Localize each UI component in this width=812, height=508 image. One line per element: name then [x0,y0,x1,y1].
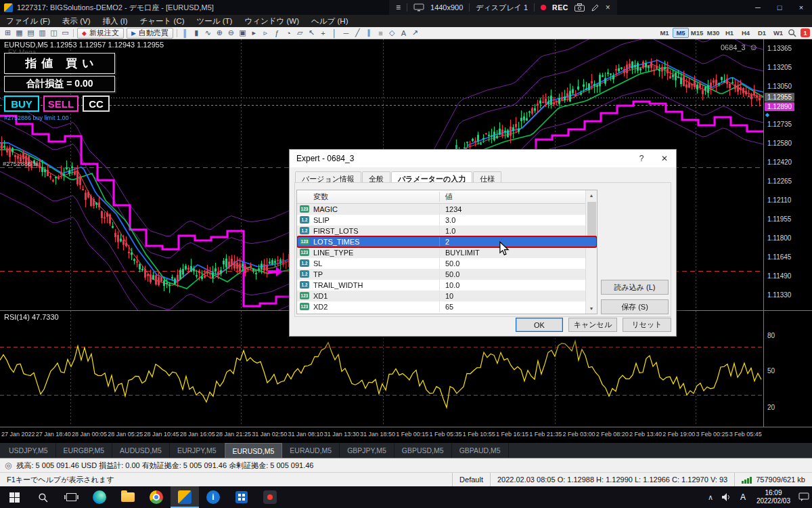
timeframe-button[interactable]: M5 [673,28,689,38]
mt5-app[interactable] [171,486,199,508]
symbol-tab[interactable]: GBPJPY,M5 [340,443,394,458]
menu-item[interactable]: ウィンドウ (W) [238,15,305,27]
param-value[interactable]: 10.0 [439,280,597,291]
parameter-row[interactable]: 123 MAGIC 1234 [297,204,597,215]
edge-app[interactable] [85,486,114,508]
save-button[interactable]: 保存 (S) [601,299,669,314]
parameter-row[interactable]: 123 XD1 10 [297,291,597,301]
timeframe-button[interactable]: M15 [689,28,705,38]
symbol-tab[interactable]: AUDUSD,M5 [112,443,170,458]
symbol-tab[interactable]: GBPAUD,M5 [452,443,509,458]
channel-icon[interactable]: ∥ [363,28,375,39]
param-value[interactable]: 50.0 [439,258,597,269]
record-button[interactable]: REC [552,3,568,12]
symbol-tab[interactable]: EURAUD,M5 [282,443,340,458]
auto-scroll-icon[interactable]: ▸ [248,28,260,39]
parameter-row[interactable]: 1.2 SL 50.0 [297,258,597,269]
zoom-out-icon[interactable]: ⊖ [225,28,237,39]
indicators-icon[interactable]: ƒ [271,28,283,39]
time-axis[interactable]: 27 Jan 202227 Jan 18:4028 Jan 00:0528 Ja… [0,427,812,443]
dialog-titlebar[interactable]: Expert - 0684_3 ? ✕ [290,150,676,167]
tile-windows-icon[interactable]: ▣ [237,28,248,39]
dialog-help-button[interactable]: ? [630,150,653,167]
chart-profiles-icon[interactable]: ▦ [14,28,25,39]
ea-smiley-icon[interactable]: ☺ [749,42,758,52]
timeframe-button[interactable]: H1 [721,28,738,38]
parameter-row[interactable]: 123 LINE_TYPE BUYLIMIT [297,247,597,258]
timeframe-button[interactable]: M30 [705,28,721,38]
recorder-app[interactable] [256,486,284,508]
sell-button[interactable]: SELL [43,96,78,112]
menu-item[interactable]: 表示 (V) [56,15,97,27]
symbol-tab[interactable]: USDJPY,M5 [1,443,56,458]
shapes-icon[interactable]: ◇ [386,28,398,39]
toolbox-icon[interactable]: ▭ [60,28,71,39]
param-value[interactable]: BUYLIMIT [439,247,597,258]
ok-button[interactable]: OK [516,318,563,332]
menu-item[interactable]: ヘルプ (H) [305,15,354,27]
table-scrollbar[interactable]: ▲ ▼ [585,190,597,314]
timeframe-button[interactable]: M1 [656,28,673,38]
symbol-tab[interactable]: GBPUSD,M5 [394,443,452,458]
candlestick-icon[interactable]: ▮ [191,28,202,39]
timeframe-button[interactable]: D1 [754,28,770,38]
navigator-icon[interactable]: ◫ [48,28,60,39]
arrows-icon[interactable]: ↗ [409,28,421,39]
bar-chart-icon[interactable]: ║ [179,28,191,39]
camera-icon[interactable] [574,3,585,12]
param-value[interactable]: 50.0 [439,269,597,280]
line-chart-icon[interactable]: ∿ [202,28,214,39]
volume-icon[interactable] [719,486,735,508]
start-button[interactable] [0,486,28,508]
chrome-app[interactable] [142,486,171,508]
param-value[interactable]: 2 [439,236,597,247]
recorder-close-icon[interactable]: × [606,3,610,12]
parameter-row[interactable]: 1.2 TP 50.0 [297,269,597,280]
tiles-app[interactable] [227,486,256,508]
data-window-icon[interactable]: ▥ [37,28,48,39]
window-titlebar[interactable]: 1227317: BIGSolutions-DEMO2 - デモ口座 - [EU… [0,0,812,15]
timeframe-button[interactable]: W1 [770,28,786,38]
reset-button[interactable]: リセット [623,318,671,332]
cursor-tool-icon[interactable]: ↖ [306,28,317,39]
vline-icon[interactable]: │ [329,28,340,39]
close-icon[interactable]: × [790,0,812,15]
menu-item[interactable]: ツール (T) [191,15,239,27]
scrollbar-thumb[interactable] [587,202,596,237]
symbol-tab[interactable]: EURGBP,M5 [56,443,113,458]
dialog-close-button[interactable]: ✕ [653,150,676,167]
text-icon[interactable]: A [398,28,409,39]
timeframe-button[interactable]: H4 [738,28,754,38]
menu-item[interactable]: チャート (C) [134,15,191,27]
search-icon[interactable] [786,28,798,39]
new-chart-icon[interactable]: ⊞ [2,28,14,39]
zoom-in-icon[interactable]: ⊕ [214,28,225,39]
fibonacci-icon[interactable]: ≡ [375,28,386,39]
maximize-icon[interactable]: □ [769,0,790,15]
param-value[interactable]: 3.0 [439,215,597,226]
scroll-up-icon[interactable]: ▲ [586,190,597,200]
crosshair-icon[interactable]: + [317,28,329,39]
tray-expand-icon[interactable]: ∧ [702,486,719,508]
buy-button[interactable]: BUY [4,96,39,112]
templates-icon[interactable]: ▱ [294,28,306,39]
profile-selector[interactable]: Default [452,473,490,486]
load-button[interactable]: 読み込み (L) [601,280,669,295]
menu-item[interactable]: 挿入 (I) [97,15,134,27]
parameter-row[interactable]: 1.2 TRAIL_WIDTH 10.0 [297,280,597,291]
close-all-button[interactable]: CC [83,96,110,112]
info-app[interactable] [199,486,227,508]
trendline-icon[interactable]: ╱ [352,28,363,39]
periods-icon[interactable]: ◔ [283,28,294,39]
param-value[interactable]: 10 [439,291,597,301]
taskbar-clock[interactable]: 16:09 2022/02/03 [751,489,796,506]
taskbar-search-button[interactable] [28,486,57,508]
task-view-button[interactable] [57,486,85,508]
symbol-tab[interactable]: EURUSD,M5 [225,443,283,458]
recorder-display-label[interactable]: ディスプレイ 1 [476,3,528,13]
hline-icon[interactable]: ─ [340,28,352,39]
parameter-row[interactable]: 1.2 SLIP 3.0 [297,215,597,226]
market-watch-icon[interactable]: ▤ [25,28,37,39]
recorder-menu-icon[interactable]: ≡ [396,3,401,12]
cancel-button[interactable]: キャンセル [568,318,617,332]
